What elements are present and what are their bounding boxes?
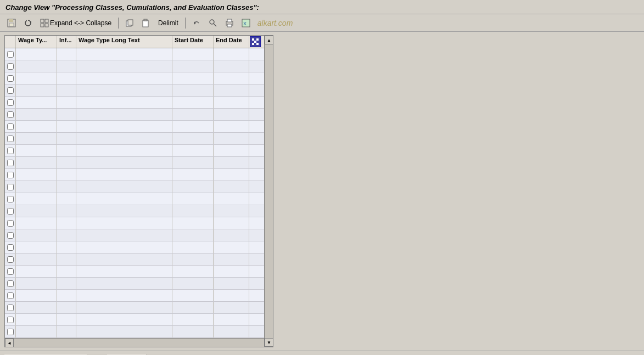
table-row[interactable] bbox=[5, 145, 273, 157]
row-inf[interactable] bbox=[57, 266, 76, 277]
row-longtext[interactable] bbox=[76, 241, 172, 253]
row-checkbox[interactable] bbox=[5, 181, 16, 193]
table-row[interactable] bbox=[5, 229, 273, 241]
row-inf[interactable] bbox=[57, 181, 76, 193]
row-startdate[interactable] bbox=[172, 72, 214, 84]
row-startdate[interactable] bbox=[172, 241, 214, 253]
row-inf[interactable] bbox=[57, 314, 76, 325]
col-header-longtext[interactable]: Wage Type Long Text bbox=[76, 36, 172, 48]
table-row[interactable] bbox=[5, 253, 273, 266]
row-checkbox[interactable] bbox=[5, 229, 16, 241]
save-button[interactable] bbox=[4, 17, 19, 29]
row-checkbox[interactable] bbox=[5, 278, 16, 289]
row-startdate[interactable] bbox=[172, 109, 214, 120]
row-checkbox[interactable] bbox=[5, 241, 16, 253]
scroll-down-button[interactable]: ▼ bbox=[265, 338, 273, 347]
row-longtext[interactable] bbox=[76, 290, 172, 301]
row-checkbox[interactable] bbox=[5, 290, 16, 301]
row-inf[interactable] bbox=[57, 109, 76, 120]
row-longtext[interactable] bbox=[76, 278, 172, 289]
undo-button[interactable] bbox=[189, 17, 204, 29]
row-wagety[interactable] bbox=[16, 109, 57, 120]
row-checkbox[interactable] bbox=[5, 169, 16, 181]
row-startdate[interactable] bbox=[172, 229, 214, 241]
row-wagety[interactable] bbox=[16, 193, 57, 205]
row-wagety[interactable] bbox=[16, 290, 57, 301]
row-wagety[interactable] bbox=[16, 84, 57, 96]
row-longtext[interactable] bbox=[76, 169, 172, 181]
row-inf[interactable] bbox=[57, 145, 76, 156]
row-inf[interactable] bbox=[57, 72, 76, 84]
row-enddate[interactable] bbox=[214, 302, 249, 313]
refresh-button[interactable] bbox=[21, 17, 35, 29]
row-startdate[interactable] bbox=[172, 290, 214, 301]
row-inf[interactable] bbox=[57, 302, 76, 313]
export-button[interactable]: X bbox=[239, 17, 253, 29]
row-startdate[interactable] bbox=[172, 266, 214, 277]
table-row[interactable] bbox=[5, 314, 273, 326]
row-wagety[interactable] bbox=[16, 326, 57, 337]
row-checkbox[interactable] bbox=[5, 253, 16, 265]
row-startdate[interactable] bbox=[172, 157, 214, 168]
row-checkbox[interactable] bbox=[5, 157, 16, 168]
row-enddate[interactable] bbox=[214, 181, 249, 193]
row-wagety[interactable] bbox=[16, 302, 57, 313]
col-header-enddate[interactable]: End Date bbox=[214, 36, 249, 48]
row-wagety[interactable] bbox=[16, 278, 57, 289]
row-longtext[interactable] bbox=[76, 133, 172, 144]
row-wagety[interactable] bbox=[16, 181, 57, 193]
row-longtext[interactable] bbox=[76, 60, 172, 72]
row-checkbox[interactable] bbox=[5, 314, 16, 325]
row-longtext[interactable] bbox=[76, 84, 172, 96]
row-longtext[interactable] bbox=[76, 229, 172, 241]
row-checkbox[interactable] bbox=[5, 326, 16, 337]
print-button[interactable] bbox=[222, 17, 237, 29]
row-wagety[interactable] bbox=[16, 72, 57, 84]
row-longtext[interactable] bbox=[76, 302, 172, 313]
row-enddate[interactable] bbox=[214, 97, 249, 108]
row-enddate[interactable] bbox=[214, 217, 249, 229]
row-inf[interactable] bbox=[57, 121, 76, 132]
col-header-inf[interactable]: Inf... bbox=[57, 36, 76, 48]
row-checkbox[interactable] bbox=[5, 84, 16, 96]
row-enddate[interactable] bbox=[214, 241, 249, 253]
row-wagety[interactable] bbox=[16, 253, 57, 265]
row-enddate[interactable] bbox=[214, 169, 249, 181]
row-longtext[interactable] bbox=[76, 217, 172, 229]
row-wagety[interactable] bbox=[16, 60, 57, 72]
row-inf[interactable] bbox=[57, 229, 76, 241]
row-inf[interactable] bbox=[57, 217, 76, 229]
row-inf[interactable] bbox=[57, 241, 76, 253]
row-inf[interactable] bbox=[57, 193, 76, 205]
row-wagety[interactable] bbox=[16, 314, 57, 325]
row-checkbox[interactable] bbox=[5, 48, 16, 60]
row-inf[interactable] bbox=[57, 278, 76, 289]
row-startdate[interactable] bbox=[172, 97, 214, 108]
col-header-wagety[interactable]: Wage Ty... bbox=[16, 36, 57, 48]
row-startdate[interactable] bbox=[172, 121, 214, 132]
row-enddate[interactable] bbox=[214, 290, 249, 301]
row-checkbox[interactable] bbox=[5, 72, 16, 84]
row-enddate[interactable] bbox=[214, 48, 249, 60]
table-row[interactable] bbox=[5, 278, 273, 290]
row-checkbox[interactable] bbox=[5, 205, 16, 217]
table-row[interactable] bbox=[5, 60, 273, 72]
row-longtext[interactable] bbox=[76, 266, 172, 277]
row-longtext[interactable] bbox=[76, 121, 172, 132]
row-startdate[interactable] bbox=[172, 145, 214, 156]
row-inf[interactable] bbox=[57, 97, 76, 108]
row-checkbox[interactable] bbox=[5, 133, 16, 144]
row-inf[interactable] bbox=[57, 48, 76, 60]
row-longtext[interactable] bbox=[76, 72, 172, 84]
row-longtext[interactable] bbox=[76, 145, 172, 156]
table-row[interactable] bbox=[5, 217, 273, 229]
col-header-startdate[interactable]: Start Date bbox=[172, 36, 214, 48]
table-row[interactable] bbox=[5, 157, 273, 169]
row-enddate[interactable] bbox=[214, 266, 249, 277]
row-wagety[interactable] bbox=[16, 133, 57, 144]
row-startdate[interactable] bbox=[172, 193, 214, 205]
row-longtext[interactable] bbox=[76, 205, 172, 217]
expand-collapse-button[interactable]: Expand <-> Collapse bbox=[37, 17, 114, 29]
row-checkbox[interactable] bbox=[5, 97, 16, 108]
row-enddate[interactable] bbox=[214, 314, 249, 325]
